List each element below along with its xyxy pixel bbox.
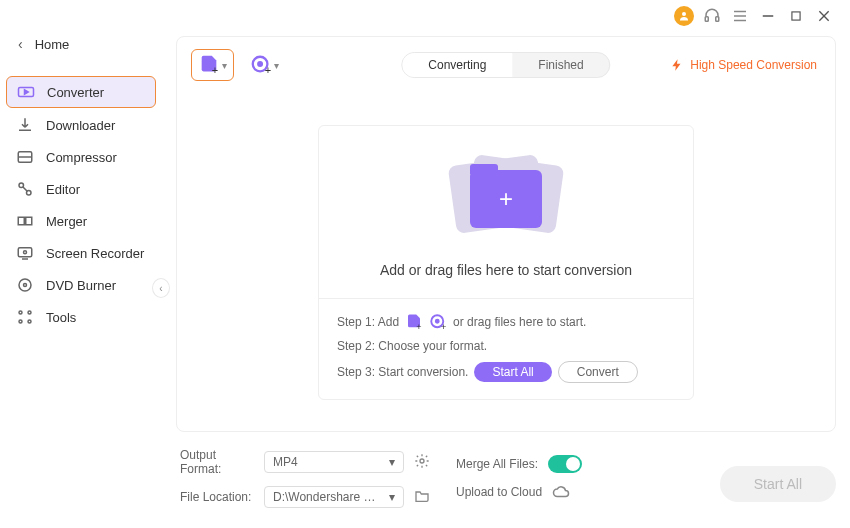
main-area: + ▾ + ▾ Converting Finished High Speed C… [162,0,850,528]
screen-recorder-icon [16,244,34,262]
drop-title: Add or drag files here to start conversi… [339,262,673,278]
sidebar-item-label: Compressor [46,150,117,165]
sidebar-item-editor[interactable]: Editor [6,174,156,204]
editor-icon [16,180,34,198]
chevron-left-icon: ‹ [18,36,23,52]
sidebar-item-label: Screen Recorder [46,246,144,261]
output-format-select[interactable]: MP4 ▾ [264,451,404,473]
dvd-burner-icon [16,276,34,294]
sidebar-collapse-handle[interactable]: ‹ [152,278,170,298]
high-speed-conversion-button[interactable]: High Speed Conversion [670,58,817,72]
drop-top: + Add or drag files here to start conver… [319,126,693,298]
lightning-icon [670,58,684,72]
svg-point-23 [19,279,31,291]
svg-rect-7 [792,12,800,20]
add-file-icon: + [405,313,423,331]
step-2: Step 2: Choose your format. [337,339,675,353]
chevron-down-icon: ▾ [389,455,395,469]
svg-rect-2 [716,17,719,22]
svg-rect-18 [26,217,32,225]
svg-text:+: + [265,64,271,76]
headset-icon[interactable] [702,6,722,26]
merger-icon [16,212,34,230]
drop-zone[interactable]: + Add or drag files here to start conver… [177,93,835,431]
svg-point-26 [28,311,31,314]
upload-row: Upload to Cloud [456,483,582,501]
sidebar-item-label: DVD Burner [46,278,116,293]
title-bar [658,0,850,32]
home-button[interactable]: ‹ Home [0,28,162,60]
svg-rect-17 [18,217,24,225]
folder-icon[interactable] [414,488,432,506]
chevron-down-icon: ▾ [274,60,279,71]
svg-point-0 [682,12,686,16]
chevron-down-icon: ▾ [389,490,395,504]
tab-converting[interactable]: Converting [402,53,512,77]
close-button[interactable] [814,6,834,26]
file-location-row: File Location: D:\Wondershare UniConvert… [180,486,432,508]
svg-text:+: + [212,64,218,76]
settings-icon[interactable] [414,453,432,471]
add-file-button[interactable]: + ▾ [191,49,234,81]
upload-label: Upload to Cloud [456,485,542,499]
hsc-label: High Speed Conversion [690,58,817,72]
svg-point-21 [24,251,27,254]
toolbar: + ▾ + ▾ Converting Finished High Speed C… [177,37,835,93]
add-dvd-icon: + [250,54,272,76]
svg-point-31 [258,62,262,66]
home-label: Home [35,37,70,52]
step-1: Step 1: Add + + or drag files here to st… [337,313,675,331]
merge-row: Merge All Files: [456,455,582,473]
compressor-icon [16,148,34,166]
file-location-label: File Location: [180,490,254,504]
step-3: Step 3: Start conversion. Start All Conv… [337,361,675,383]
sidebar-item-label: Tools [46,310,76,325]
avatar-icon[interactable] [674,6,694,26]
tools-icon [16,308,34,326]
svg-point-24 [24,284,27,287]
sidebar-item-tools[interactable]: Tools [6,302,156,332]
sidebar-item-label: Editor [46,182,80,197]
sidebar-item-compressor[interactable]: Compressor [6,142,156,172]
svg-point-35 [436,319,439,322]
svg-rect-1 [705,17,708,22]
convert-hint-button[interactable]: Convert [558,361,638,383]
chevron-down-icon: ▾ [222,60,227,71]
svg-point-25 [19,311,22,314]
add-dvd-button[interactable]: + ▾ [244,50,285,80]
add-file-icon: + [198,54,220,76]
converter-panel: + ▾ + ▾ Converting Finished High Speed C… [176,36,836,432]
downloader-icon [16,116,34,134]
maximize-button[interactable] [786,6,806,26]
file-location-select[interactable]: D:\Wondershare UniConverter 1 ▾ [264,486,404,508]
menu-icon[interactable] [730,6,750,26]
svg-line-16 [23,187,28,192]
minimize-button[interactable] [758,6,778,26]
cloud-icon[interactable] [552,483,570,501]
svg-text:+: + [416,321,421,331]
svg-rect-20 [18,248,32,257]
status-tabs: Converting Finished [401,52,610,78]
sidebar-item-dvd-burner[interactable]: DVD Burner [6,270,156,300]
start-all-button[interactable]: Start All [720,466,836,502]
tab-finished[interactable]: Finished [512,53,609,77]
output-format-label: Output Format: [180,448,254,476]
sidebar-item-label: Merger [46,214,87,229]
svg-point-28 [28,320,31,323]
folder-illustration: + [446,154,566,244]
merge-toggle[interactable] [548,455,582,473]
bottom-bar: Output Format: MP4 ▾ File Location: D:\W… [176,432,836,516]
svg-point-37 [420,459,424,463]
svg-text:+: + [441,321,446,331]
add-dvd-icon: + [429,313,447,331]
sidebar-item-merger[interactable]: Merger [6,206,156,236]
plus-icon: + [499,185,513,213]
sidebar-item-converter[interactable]: Converter [6,76,156,108]
sidebar-item-screen-recorder[interactable]: Screen Recorder [6,238,156,268]
merge-label: Merge All Files: [456,457,538,471]
drop-card: + Add or drag files here to start conver… [318,125,694,400]
sidebar-item-downloader[interactable]: Downloader [6,110,156,140]
sidebar: ‹ Home Converter Downloader Compressor [0,0,162,528]
start-all-hint-button[interactable]: Start All [474,362,551,382]
output-format-row: Output Format: MP4 ▾ [180,448,432,476]
